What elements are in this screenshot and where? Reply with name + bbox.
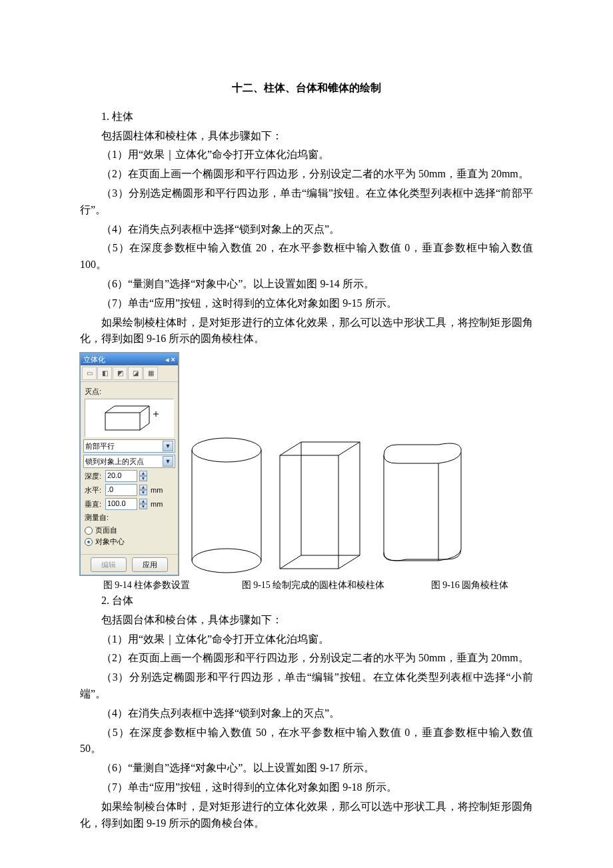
radio-page-label: 页面自 <box>95 525 117 536</box>
radio-page[interactable]: 页面自 <box>83 525 175 536</box>
h-row: 水平: .0 ▲▼ mm <box>83 484 175 496</box>
sec2-heading: 2. 台体 <box>80 593 533 609</box>
sec1-step-5: （5）在深度参数框中输入数值 20，在水平参数框中输入数值 0，垂直参数框中输入… <box>80 240 533 273</box>
depth-spinner[interactable]: ▲▼ <box>139 471 147 481</box>
figure-captions: 图 9-14 柱体参数设置 图 9-15 绘制完成的圆柱体和棱柱体 图 9-16… <box>80 578 533 593</box>
sec2-step-5: （5）在深度参数框中输入数值 50，在水平参数框中输入数值 0，垂直参数框中输入… <box>80 725 533 758</box>
h-spinner[interactable]: ▲▼ <box>139 485 147 495</box>
shapes-figure <box>187 435 469 575</box>
caption-9-15: 图 9-15 绘制完成的圆柱体和棱柱体 <box>213 578 413 593</box>
svg-point-8 <box>192 438 261 462</box>
sec1-step-4: （4）在消失点列表框中选择“锁到对象上的灭点”。 <box>80 221 533 238</box>
type-select-value: 前部平行 <box>85 441 115 451</box>
sec1-tail: 如果绘制棱柱体时，是对矩形进行的立体化效果，那么可以选中形状工具，将控制矩形圆角… <box>80 315 533 348</box>
sec1-intro: 包括圆柱体和棱柱体，具体步骤如下： <box>80 128 533 145</box>
sec1-step-6: （6）“量测自”选择“对象中心”。以上设置如图 9-14 所示。 <box>80 276 533 293</box>
palette-titlebar[interactable]: 立体化 ◂ × <box>81 353 178 365</box>
caption-9-14: 图 9-14 柱体参数设置 <box>80 578 213 593</box>
v-row: 垂直: 100.0 ▲▼ mm <box>83 498 175 510</box>
v-label: 垂直: <box>85 499 103 510</box>
sec1-step-2: （2）在页面上画一个椭圆形和平行四边形，分别设定二者的水平为 50mm，垂直为 … <box>80 166 533 183</box>
sec2-step-3: （3）分别选定椭圆形和平行四边形，单击“编辑”按钮。在立体化类型列表框中选择“小… <box>80 669 533 703</box>
extrude-palette: 立体化 ◂ × ▭ ◧ ◩ ◪ ▦ 灭点: <box>80 353 179 575</box>
prism-shape <box>275 435 368 575</box>
v-unit: mm <box>151 499 163 510</box>
close-icon[interactable]: × <box>171 355 175 363</box>
palette-ctrls[interactable]: ◂ × <box>165 353 176 365</box>
toolbar-icon-5[interactable]: ▦ <box>143 367 158 380</box>
h-unit: mm <box>151 485 163 496</box>
depth-label: 深度: <box>85 471 103 482</box>
svg-line-2 <box>140 406 149 413</box>
sec2-tail: 如果绘制棱台体时，是对矩形进行的立体化效果，那么可以选中形状工具，将控制矩形圆角… <box>80 799 533 832</box>
sec2-step-1: （1）用“效果｜立体化”命令打开立体化泊坞窗。 <box>80 631 533 648</box>
vp-preview <box>85 399 174 437</box>
measure-label: 测量自: <box>85 512 175 523</box>
rounded-prism-shape <box>376 435 469 575</box>
apply-button[interactable]: 应用 <box>132 557 168 572</box>
sec2-step-2: （2）在页面上画一个椭圆形和平行四边形，分别设定二者的水平为 50mm，垂直为 … <box>80 650 533 667</box>
toolbar-icon-3[interactable]: ◩ <box>113 367 127 380</box>
sec2-step-4: （4）在消失点列表框中选择“锁到对象上的灭点”。 <box>80 705 533 722</box>
vp-select-value: 锁到对象上的灭点 <box>85 456 144 467</box>
svg-marker-16 <box>280 555 360 569</box>
dropdown-icon[interactable]: ▼ <box>163 456 173 467</box>
sec1-step-1: （1）用“效果｜立体化”命令打开立体化泊坞窗。 <box>80 147 533 163</box>
type-select[interactable]: 前部平行 ▼ <box>83 439 175 453</box>
radio-icon[interactable] <box>85 538 93 546</box>
sec1-step-7: （7）单击“应用”按钮，这时得到的立体化对象如图 9-15 所示。 <box>80 295 533 312</box>
radio-icon[interactable] <box>85 527 93 535</box>
sec2-step-6: （6）“量测自”选择“对象中心”。以上设置如图 9-17 所示。 <box>80 760 533 777</box>
sec1-step-3: （3）分别选定椭圆形和平行四边形，单击“编辑”按钮。在立体化类型列表框中选择“前… <box>80 185 533 219</box>
depth-row: 深度: 20.0 ▲▼ <box>83 470 175 482</box>
sec1-heading: 1. 柱体 <box>80 109 533 125</box>
v-spinner[interactable]: ▲▼ <box>139 499 147 509</box>
dropdown-icon[interactable]: ▼ <box>163 441 173 451</box>
svg-line-1 <box>105 406 115 413</box>
radio-object-label: 对象中心 <box>95 536 125 547</box>
caption-9-16: 图 9-16 圆角棱柱体 <box>413 578 526 593</box>
svg-marker-12 <box>280 442 360 455</box>
h-input[interactable]: .0 <box>105 484 137 496</box>
edit-button[interactable]: 编辑 <box>91 557 127 572</box>
page-title: 十二、柱体、台体和锥体的绘制 <box>80 80 533 97</box>
depth-input[interactable]: 20.0 <box>105 470 137 482</box>
vp-select[interactable]: 锁到对象上的灭点 ▼ <box>83 455 175 468</box>
v-input[interactable]: 100.0 <box>105 498 137 510</box>
sec2-intro: 包括圆台体和棱台体，具体步骤如下： <box>80 612 533 629</box>
svg-rect-0 <box>105 413 140 430</box>
toolbar-icon-1[interactable]: ▭ <box>82 367 97 380</box>
palette-toolbar: ▭ ◧ ◩ ◪ ▦ <box>81 365 178 382</box>
sec2-step-7: （7）单击“应用”按钮，这时得到的立体化对象如图 9-18 所示。 <box>80 779 533 796</box>
h-label: 水平: <box>85 485 103 496</box>
radio-object[interactable]: 对象中心 <box>83 536 175 547</box>
cylinder-shape <box>187 435 267 575</box>
svg-point-11 <box>192 549 261 573</box>
palette-title: 立体化 <box>83 353 105 365</box>
toolbar-icon-4[interactable]: ◪ <box>128 367 143 380</box>
svg-line-3 <box>140 423 149 430</box>
toolbar-icon-2[interactable]: ◧ <box>97 367 112 380</box>
vp-label: 灭点: <box>85 386 175 397</box>
